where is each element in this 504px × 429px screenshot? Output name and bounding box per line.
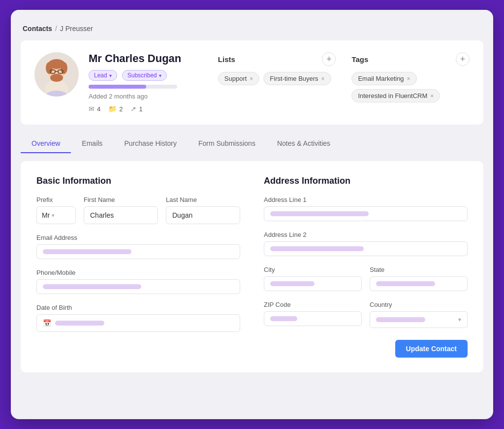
tab-emails[interactable]: Emails [71, 134, 113, 153]
lead-badge[interactable]: Lead ▾ [89, 70, 117, 81]
svg-point-5 [61, 62, 67, 74]
tag-chip-fluentcrm-remove[interactable]: × [430, 93, 434, 99]
arrow-stat: ↗ 1 [130, 105, 142, 113]
tags-section-title: Tags [351, 55, 368, 64]
last-name-input[interactable] [166, 206, 240, 224]
email-stat-value: 4 [97, 105, 100, 113]
address-information-section: Address Information Address Line 1 Addre… [264, 176, 468, 358]
email-label: Email Address [36, 234, 240, 241]
svg-point-4 [46, 62, 53, 74]
breadcrumb-contacts[interactable]: Contacts [23, 25, 52, 33]
lists-tags-section: Lists + Support × First-time Buyers × [218, 52, 470, 102]
phone-placeholder-bar [43, 284, 141, 289]
progress-bar-container [89, 85, 177, 89]
country-group: Country ▾ [370, 301, 468, 328]
dob-input[interactable]: 📅 [36, 314, 240, 332]
email-group: Email Address [36, 234, 240, 259]
tag-chip-email-marketing-label: Email Marketing [358, 75, 404, 82]
dob-row: Date of Birth 📅 [36, 304, 240, 332]
calendar-icon: 📅 [43, 319, 51, 327]
list-chip-support-remove[interactable]: × [250, 75, 253, 82]
doc-stat-icon: 📁 [108, 105, 117, 113]
state-placeholder-bar [376, 281, 435, 286]
prefix-select[interactable]: Mr ▾ [36, 206, 76, 224]
tab-notes-activities[interactable]: Notes & Activities [266, 134, 341, 153]
profile-info: Mr Charles Dugan Lead ▾ Subscribed ▾ Add… [89, 52, 202, 113]
dob-group: Date of Birth 📅 [36, 304, 240, 332]
city-state-row: City State [264, 266, 468, 291]
list-chip-firsttime-remove[interactable]: × [321, 75, 325, 82]
list-chip-firsttime: First-time Buyers × [263, 72, 331, 85]
phone-input-placeholder[interactable] [36, 279, 240, 294]
tag-chip-fluentcrm-label: Interested in FluentCRM [358, 92, 427, 99]
breadcrumb: Contacts / J Preusser [21, 20, 483, 40]
arrow-stat-icon: ↗ [130, 105, 136, 113]
addr1-label: Address Line 1 [264, 196, 468, 203]
addr2-group: Address Line 2 [264, 231, 468, 256]
profile-left: Mr Charles Dugan Lead ▾ Subscribed ▾ Add… [34, 52, 202, 113]
tab-form-submissions[interactable]: Form Submissions [188, 134, 266, 153]
address-information-title: Address Information [264, 176, 468, 186]
list-section-title: Lists [218, 55, 235, 64]
list-section: Lists + Support × First-time Buyers × [218, 52, 336, 102]
svg-point-6 [50, 74, 63, 82]
tags-section: Tags + Email Marketing × Interested in F… [351, 52, 470, 102]
country-select[interactable]: ▾ [370, 311, 468, 328]
avatar [34, 52, 79, 97]
email-row: Email Address [36, 234, 240, 259]
city-label: City [264, 266, 362, 273]
subscribed-badge-arrow: ▾ [159, 73, 161, 78]
state-input[interactable] [370, 276, 468, 291]
doc-stat: 📁 2 [108, 105, 123, 113]
country-chevron-icon: ▾ [458, 316, 461, 323]
list-chip-support-label: Support [224, 75, 247, 82]
email-stat-icon: ✉ [89, 105, 94, 113]
add-list-button[interactable]: + [322, 52, 336, 66]
list-chips: Support × First-time Buyers × [218, 72, 336, 85]
breadcrumb-separator: / [55, 25, 57, 33]
list-section-header: Lists + [218, 52, 336, 66]
addr1-input[interactable] [264, 206, 468, 221]
addr1-group: Address Line 1 [264, 196, 468, 221]
addr2-placeholder-bar [270, 246, 364, 251]
zip-label: ZIP Code [264, 301, 362, 308]
list-chip-support: Support × [218, 72, 260, 85]
addr1-placeholder-bar [270, 211, 369, 216]
city-input[interactable] [264, 276, 362, 291]
breadcrumb-current: J Preusser [60, 25, 93, 33]
zip-input[interactable] [264, 311, 362, 326]
subscribed-badge[interactable]: Subscribed ▾ [122, 70, 167, 81]
first-name-label: First Name [84, 196, 158, 203]
update-contact-button[interactable]: Update Contact [395, 340, 468, 358]
addr2-input[interactable] [264, 241, 468, 256]
prefix-value: Mr [42, 211, 50, 219]
dob-label: Date of Birth [36, 304, 240, 311]
state-label: State [370, 266, 468, 273]
city-group: City [264, 266, 362, 291]
tag-chip-email-marketing-remove[interactable]: × [407, 75, 410, 82]
tag-chip-fluentcrm: Interested in FluentCRM × [351, 89, 440, 102]
arrow-stat-value: 1 [139, 105, 142, 113]
list-chip-firsttime-label: First-time Buyers [270, 75, 318, 82]
tag-chips: Email Marketing × Interested in FluentCR… [351, 72, 470, 102]
dob-placeholder-bar [55, 321, 104, 326]
country-label: Country [370, 301, 468, 308]
progress-bar-fill [89, 85, 146, 89]
first-name-group: First Name [84, 196, 158, 224]
profile-name-row: Mr Charles Dugan Lead ▾ Subscribed ▾ [89, 52, 202, 81]
last-name-label: Last Name [166, 196, 240, 203]
add-tag-button[interactable]: + [456, 52, 470, 66]
app-container: Contacts / J Preusser [11, 10, 493, 419]
tabs-list: Overview Emails Purchase History Form Su… [21, 134, 483, 153]
profile-name: Mr Charles Dugan [89, 52, 181, 65]
city-placeholder-bar [270, 281, 315, 286]
first-name-input[interactable] [84, 206, 158, 224]
phone-row: Phone/Mobile [36, 269, 240, 294]
zip-placeholder-bar [270, 316, 297, 321]
zip-group: ZIP Code [264, 301, 362, 328]
email-input-placeholder[interactable] [36, 244, 240, 259]
tab-overview[interactable]: Overview [21, 134, 71, 153]
country-placeholder-bar [376, 317, 425, 322]
basic-information-title: Basic Information [36, 176, 240, 186]
tab-purchase-history[interactable]: Purchase History [113, 134, 188, 153]
